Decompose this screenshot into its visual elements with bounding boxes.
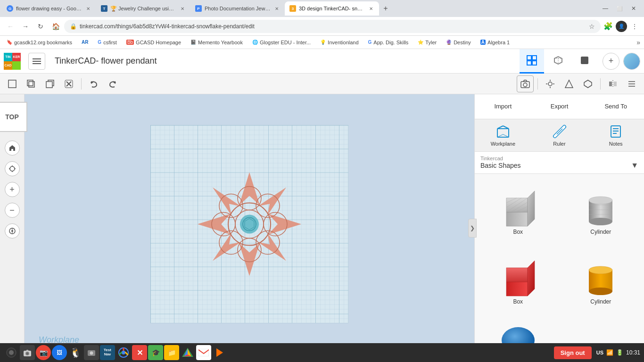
shape-red-box[interactable]: Box — [477, 246, 560, 315]
bookmark-digskills[interactable]: G App. Dig. Skills — [365, 39, 412, 46]
shapes-dropdown-icon[interactable]: ▼ — [631, 161, 638, 170]
tab-3[interactable]: P Photo Documentation Jewelry C... ✕ — [190, 1, 285, 16]
taskbar-chrome-circle[interactable] — [4, 345, 19, 360]
copy-button[interactable] — [41, 75, 58, 92]
align-btn[interactable] — [623, 75, 640, 92]
panel-collapse-button[interactable]: ❯ — [468, 219, 477, 238]
mirror-btn[interactable] — [604, 75, 621, 92]
bookmark-inventionland[interactable]: 💡 Inventionland — [317, 39, 361, 46]
notes-tool-button[interactable]: Notes — [587, 119, 644, 151]
shape-gray-cylinder[interactable]: Cylinder — [560, 176, 643, 246]
top-view-label[interactable]: TOP — [0, 102, 27, 132]
forward-button[interactable]: → — [19, 20, 32, 33]
undo-button[interactable] — [85, 75, 102, 92]
geometry-btn-1[interactable] — [561, 75, 578, 92]
box-view-button[interactable] — [572, 49, 597, 74]
bookmark-algebra[interactable]: A Algebra 1 — [478, 39, 512, 46]
user-avatar[interactable] — [623, 53, 640, 70]
minimize-button[interactable]: — — [599, 4, 612, 13]
bookmark-destiny[interactable]: 🔮 Destiny — [443, 39, 474, 46]
shapes-name-label: Basic Shapes — [480, 162, 521, 169]
3d-view-button[interactable] — [546, 49, 570, 74]
svg-rect-9 — [581, 57, 588, 64]
close-button[interactable]: ✕ — [627, 4, 640, 13]
shapes-selector: Tinkercad Basic Shapes ▼ — [475, 152, 644, 174]
add-user-button[interactable]: + — [603, 53, 619, 70]
tab-4[interactable]: 3 3D design TinkerCAD- snowflake-... ✕ — [285, 1, 379, 16]
taskbar-x-button[interactable]: ✕ — [132, 345, 147, 360]
tab-2-close[interactable]: ✕ — [179, 5, 186, 12]
taskbar-drive-yellow-button[interactable]: 📁 — [164, 345, 179, 360]
svg-marker-83 — [528, 191, 535, 226]
shape-gray-box[interactable]: Box — [477, 176, 560, 246]
ruler-tool-label: Ruler — [553, 141, 565, 147]
tab-1-label: flower drawing easy - Google Se... — [16, 6, 82, 11]
taskbar-classroom-button[interactable]: 🎓 — [148, 345, 163, 360]
refresh-button[interactable]: ↻ — [34, 20, 47, 33]
new-tab-button[interactable]: + — [379, 2, 392, 15]
workplane-tool-button[interactable]: Workplane — [475, 119, 531, 151]
taskbar-play-button[interactable] — [212, 345, 227, 360]
send-to-button[interactable]: Send To — [587, 94, 644, 119]
shape-orange-cylinder[interactable]: Cylinder — [560, 246, 643, 315]
bookmark-gcasdk12[interactable]: 🔖 gcasdk12.org bookmarks — [4, 39, 75, 46]
bookmark-tyler[interactable]: ⭐ Tyler — [415, 39, 439, 46]
camera-button[interactable] — [517, 75, 534, 92]
svg-rect-12 — [27, 80, 33, 86]
zoom-in-button[interactable]: + — [5, 182, 20, 197]
taskbar-testnav-button[interactable]: TestNav — [100, 345, 115, 360]
taskbar-play-icon — [214, 347, 225, 358]
red-box-shape — [497, 256, 539, 298]
back-button[interactable]: ← — [4, 20, 17, 33]
import-button[interactable]: Import — [475, 94, 531, 119]
address-bar[interactable]: 🔒 tinkercad.com/things/6ab5d8zYvW4-tinke… — [64, 20, 601, 33]
hamburger-menu-button[interactable] — [28, 53, 45, 70]
taskbar-drive-button[interactable] — [180, 345, 195, 360]
duplicate-button[interactable] — [23, 75, 40, 92]
orientation-button[interactable] — [5, 223, 20, 239]
home-button[interactable]: 🏠 — [49, 20, 62, 33]
taskbar-gmail-button[interactable] — [196, 345, 211, 360]
shapes-grid: Box — [475, 174, 644, 362]
home-view-button[interactable] — [5, 140, 20, 156]
zoom-out-button[interactable]: − — [5, 203, 20, 218]
taskbar-photos-blue-button[interactable]: 🖼 — [52, 345, 67, 360]
bookmark-csfirst[interactable]: G csfirst — [95, 39, 120, 46]
taskbar-chrome-button[interactable] — [116, 345, 131, 360]
tab-1-close[interactable]: ✕ — [85, 5, 91, 12]
tab-3-close[interactable]: ✕ — [273, 5, 280, 12]
ruler-tool-button[interactable]: Ruler — [531, 119, 588, 151]
bookmark-star-icon[interactable]: ☆ — [589, 23, 595, 30]
profile-icon[interactable]: 👤 — [616, 21, 627, 32]
bookmark-gcasd[interactable]: Bb GCASD Homepage — [124, 39, 184, 46]
taskbar-drive-icon — [182, 348, 193, 357]
tinkercad-logo[interactable]: TIN KER CAD — [4, 53, 21, 70]
canvas-area[interactable]: Workplane Edit Grid Snap Grid 1/8 in1/4 … — [25, 94, 474, 362]
delete-button[interactable] — [60, 75, 77, 92]
sign-out-button[interactable]: Sign out — [554, 346, 592, 359]
bookmark-glogster-label: Glogster EDU - Inter... — [260, 40, 311, 45]
frame-all-button[interactable] — [5, 161, 20, 176]
taskbar-linux-button[interactable]: 🐧 — [68, 345, 83, 360]
redo-button[interactable] — [104, 75, 121, 92]
shape-gray-box-label: Box — [513, 229, 523, 235]
export-button[interactable]: Export — [531, 94, 588, 119]
grid-view-button[interactable] — [520, 49, 544, 74]
bookmark-memento[interactable]: 📓 Memento Yearbook — [188, 39, 246, 46]
taskbar-camera-alt-button[interactable] — [84, 345, 99, 360]
taskbar-camera-button[interactable] — [20, 345, 35, 360]
maximize-button[interactable]: ⬜ — [613, 4, 626, 13]
tab-2[interactable]: T 🏆 Jewelry Challenge using T... ✕ — [96, 1, 190, 16]
bookmark-glogster[interactable]: 🌐 Glogster EDU - Inter... — [249, 39, 314, 46]
new-shape-button[interactable] — [4, 75, 21, 92]
tab-1[interactable]: G flower drawing easy - Google Se... ✕ — [2, 1, 96, 16]
extensions-icon[interactable]: 🧩 — [603, 21, 614, 32]
bookmark-ar[interactable]: AR — [79, 39, 91, 46]
taskbar-photos-red-button[interactable]: 📷 — [36, 345, 51, 360]
tab-4-close[interactable]: ✕ — [368, 5, 374, 12]
settings-icon[interactable]: ⋮ — [629, 21, 640, 32]
bookmarks-more-button[interactable]: » — [636, 39, 640, 46]
geometry-btn-2[interactable] — [579, 75, 596, 92]
light-button[interactable] — [542, 75, 559, 92]
gray-cylinder-shape — [579, 186, 622, 229]
